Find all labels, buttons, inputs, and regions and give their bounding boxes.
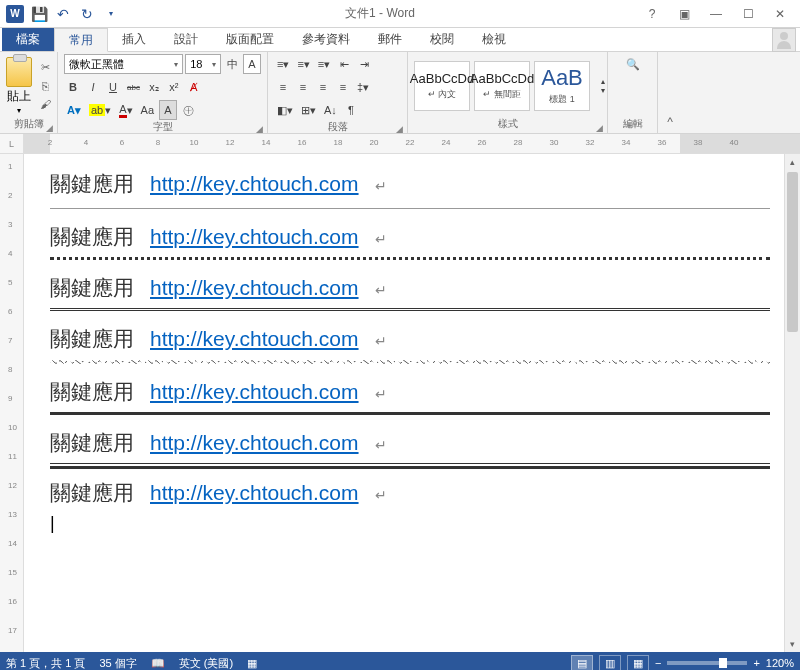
tab-view[interactable]: 檢視 xyxy=(468,28,520,51)
zoom-handle[interactable] xyxy=(719,658,727,668)
redo-button[interactable]: ↻ xyxy=(76,3,98,25)
tab-insert[interactable]: 插入 xyxy=(108,28,160,51)
align-right-button[interactable]: ≡ xyxy=(314,77,332,97)
justify-button[interactable]: ≡ xyxy=(334,77,352,97)
doc-hyperlink[interactable]: http://key.chtouch.com xyxy=(150,172,359,196)
status-wordcount[interactable]: 35 個字 xyxy=(99,656,136,671)
doc-hyperlink[interactable]: http://key.chtouch.com xyxy=(150,327,359,351)
enclose-char-button[interactable]: ㊉ xyxy=(179,100,197,120)
style-preview: AaBbCcDd xyxy=(470,71,534,86)
tab-mailings[interactable]: 郵件 xyxy=(364,28,416,51)
document-line[interactable]: 關鍵應用http://key.chtouch.com↵ xyxy=(50,429,770,457)
ribbon-options-button[interactable]: ▣ xyxy=(670,4,698,24)
align-center-button[interactable]: ≡ xyxy=(294,77,312,97)
increase-indent-button[interactable]: ⇥ xyxy=(355,54,373,74)
superscript-button[interactable]: x² xyxy=(165,77,183,97)
decrease-indent-button[interactable]: ⇤ xyxy=(335,54,353,74)
font-launcher[interactable]: ◢ xyxy=(256,124,263,134)
document-line[interactable]: 關鍵應用http://key.chtouch.com↵ xyxy=(50,479,770,507)
status-language[interactable]: 英文 (美國) xyxy=(179,656,233,671)
zoom-level[interactable]: 120% xyxy=(766,657,794,669)
view-web-layout[interactable]: ▦ xyxy=(627,655,649,670)
style-preview: AaB xyxy=(541,65,583,91)
style-heading1[interactable]: AaB 標題 1 xyxy=(534,61,590,111)
font-color-button[interactable]: A▾ xyxy=(116,100,135,120)
underline-button[interactable]: U xyxy=(104,77,122,97)
document-line[interactable]: 關鍵應用http://key.chtouch.com↵ xyxy=(50,274,770,302)
document-page[interactable]: 關鍵應用http://key.chtouch.com↵關鍵應用http://ke… xyxy=(24,154,784,652)
view-read-mode[interactable]: ▥ xyxy=(599,655,621,670)
highlight-button[interactable]: ab▾ xyxy=(86,100,114,120)
doc-hyperlink[interactable]: http://key.chtouch.com xyxy=(150,276,359,300)
scroll-thumb[interactable] xyxy=(787,172,798,332)
clear-format-button[interactable]: A̸ xyxy=(185,77,203,97)
view-print-layout[interactable]: ▤ xyxy=(571,655,593,670)
paste-button[interactable]: 貼上 ▾ xyxy=(6,57,32,115)
bold-button[interactable]: B xyxy=(64,77,82,97)
zoom-slider[interactable] xyxy=(667,661,747,665)
status-page[interactable]: 第 1 頁，共 1 頁 xyxy=(6,656,85,671)
paragraph-launcher[interactable]: ◢ xyxy=(396,124,403,134)
scroll-down-button[interactable]: ▾ xyxy=(785,636,800,652)
vertical-scrollbar[interactable]: ▴ ▾ xyxy=(784,154,800,652)
document-line[interactable]: 關鍵應用http://key.chtouch.com↵ xyxy=(50,325,770,353)
phonetic-guide-button[interactable]: 中 xyxy=(223,54,241,74)
style-normal[interactable]: AaBbCcDd ↵ 內文 xyxy=(414,61,470,111)
collapse-ribbon-button[interactable]: ^ xyxy=(658,52,682,133)
document-line[interactable]: 關鍵應用http://key.chtouch.com↵ xyxy=(50,223,770,251)
horizontal-ruler[interactable]: L 246810121416182022242628303234363840 xyxy=(0,134,800,154)
char-border-button[interactable]: A xyxy=(243,54,261,74)
doc-hyperlink[interactable]: http://key.chtouch.com xyxy=(150,380,359,404)
sort-button[interactable]: A↓ xyxy=(321,100,340,120)
multilevel-button[interactable]: ≡▾ xyxy=(315,54,333,74)
ribbon-tabs: 檔案 常用 插入 設計 版面配置 參考資料 郵件 校閱 檢視 xyxy=(0,28,800,52)
font-name-combo[interactable]: 微軟正黑體▾ xyxy=(64,54,183,74)
copy-button[interactable]: ⎘ xyxy=(36,78,54,94)
strikethrough-button[interactable]: abc xyxy=(124,77,143,97)
account-avatar[interactable] xyxy=(772,28,796,52)
find-button[interactable]: 🔍 xyxy=(623,54,643,74)
maximize-button[interactable]: ☐ xyxy=(734,4,762,24)
doc-hyperlink[interactable]: http://key.chtouch.com xyxy=(150,225,359,249)
status-proofing-icon[interactable]: 📖 xyxy=(151,657,165,670)
tab-review[interactable]: 校閱 xyxy=(416,28,468,51)
tab-layout[interactable]: 版面配置 xyxy=(212,28,288,51)
text-effects-button[interactable]: A▾ xyxy=(64,100,84,120)
shading-button[interactable]: ◧▾ xyxy=(274,100,296,120)
style-no-spacing[interactable]: AaBbCcDd ↵ 無間距 xyxy=(474,61,530,111)
doc-hyperlink[interactable]: http://key.chtouch.com xyxy=(150,481,359,505)
help-button[interactable]: ? xyxy=(638,4,666,24)
subscript-button[interactable]: x₂ xyxy=(145,77,163,97)
close-button[interactable]: ✕ xyxy=(766,4,794,24)
document-line[interactable]: 關鍵應用http://key.chtouch.com↵ xyxy=(50,170,770,198)
undo-button[interactable]: ↶ xyxy=(52,3,74,25)
tab-home[interactable]: 常用 xyxy=(54,28,108,52)
line-spacing-button[interactable]: ‡▾ xyxy=(354,77,372,97)
show-marks-button[interactable]: ¶ xyxy=(342,100,360,120)
format-painter-button[interactable]: 🖌 xyxy=(36,96,54,112)
bullets-button[interactable]: ≡▾ xyxy=(274,54,292,74)
document-line[interactable]: 關鍵應用http://key.chtouch.com↵ xyxy=(50,378,770,406)
tab-references[interactable]: 參考資料 xyxy=(288,28,364,51)
font-size-combo[interactable]: 18▾ xyxy=(185,54,221,74)
zoom-out-button[interactable]: − xyxy=(655,657,661,669)
clipboard-launcher[interactable]: ◢ xyxy=(46,123,53,133)
scroll-up-button[interactable]: ▴ xyxy=(785,154,800,170)
status-macro-icon[interactable]: ▦ xyxy=(247,657,257,670)
minimize-button[interactable]: — xyxy=(702,4,730,24)
vertical-ruler[interactable]: 1234567891011121314151617 xyxy=(0,154,24,652)
align-left-button[interactable]: ≡ xyxy=(274,77,292,97)
styles-launcher[interactable]: ◢ xyxy=(596,123,603,133)
zoom-in-button[interactable]: + xyxy=(753,657,759,669)
char-shading-button[interactable]: A xyxy=(159,100,177,120)
change-case-button[interactable]: Aa xyxy=(138,100,157,120)
tab-design[interactable]: 設計 xyxy=(160,28,212,51)
borders-button[interactable]: ⊞▾ xyxy=(298,100,319,120)
cut-button[interactable]: ✂ xyxy=(36,60,54,76)
doc-hyperlink[interactable]: http://key.chtouch.com xyxy=(150,431,359,455)
save-button[interactable]: 💾 xyxy=(28,3,50,25)
tab-file[interactable]: 檔案 xyxy=(2,28,54,51)
qat-customize[interactable]: ▾ xyxy=(100,3,122,25)
italic-button[interactable]: I xyxy=(84,77,102,97)
numbering-button[interactable]: ≡▾ xyxy=(294,54,312,74)
